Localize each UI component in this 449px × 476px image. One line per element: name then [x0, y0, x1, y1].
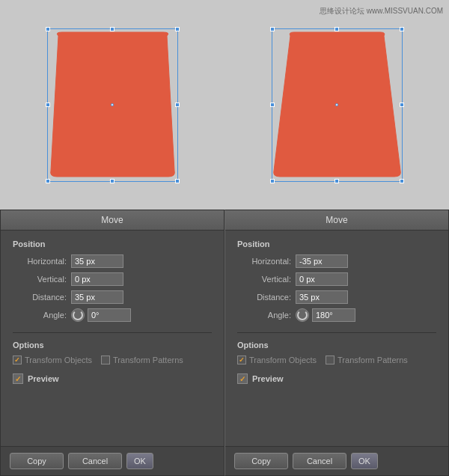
- left-vertical-input[interactable]: [71, 272, 123, 286]
- left-vertical-label: Vertical:: [13, 275, 67, 284]
- left-checkbox-row: Transform Objects Transform Patterns: [13, 356, 212, 364]
- right-transform-objects-checkbox[interactable]: [237, 356, 246, 364]
- left-divider: [13, 332, 212, 333]
- right-shape-container: [268, 25, 406, 186]
- center-dot-left: [111, 103, 114, 106]
- left-transform-patterns-label: Transform Patterns: [113, 356, 183, 364]
- right-options-label: Options: [237, 341, 436, 350]
- right-preview-label: Preview: [252, 374, 284, 383]
- right-vertical-input[interactable]: [296, 272, 348, 286]
- right-transform-patterns-checkbox[interactable]: [326, 356, 335, 364]
- right-ok-button[interactable]: OK: [351, 453, 378, 469]
- right-angle-input[interactable]: [312, 308, 355, 322]
- left-shape-container: [43, 25, 182, 186]
- left-distance-label: Distance:: [13, 293, 67, 302]
- left-options-label: Options: [13, 341, 212, 350]
- left-ok-button[interactable]: OK: [126, 453, 153, 469]
- left-preview-label: Preview: [28, 374, 59, 383]
- right-canvas: [224, 0, 449, 210]
- left-horizontal-row: Horizontal:: [13, 254, 212, 268]
- right-dialog: Move Position Horizontal: Vertical: Dist…: [224, 210, 449, 476]
- right-transform-patterns-item: Transform Patterns: [326, 356, 408, 364]
- left-preview-row: Preview: [13, 373, 212, 384]
- left-dialog-body: Position Horizontal: Vertical: Distance:…: [1, 231, 224, 446]
- right-dialog-title: Move: [225, 210, 448, 231]
- right-vertical-label: Vertical:: [237, 275, 291, 284]
- left-cancel-button[interactable]: Cancel: [68, 453, 122, 469]
- left-transform-objects-item: Transform Objects: [13, 356, 92, 364]
- left-transform-patterns-item: Transform Patterns: [101, 356, 183, 364]
- right-checkbox-row: Transform Objects Transform Patterns: [237, 356, 436, 364]
- left-distance-input[interactable]: [71, 290, 123, 304]
- left-options-section: Options Transform Objects Transform Patt…: [13, 341, 212, 369]
- left-transform-objects-checkbox[interactable]: [13, 356, 22, 364]
- right-horizontal-input[interactable]: [296, 254, 348, 268]
- right-transform-objects-item: Transform Objects: [237, 356, 317, 364]
- right-divider: [237, 332, 436, 333]
- watermark: 思绛设计论坛 www.MISSVUAN.COM: [320, 6, 443, 16]
- right-vertical-row: Vertical:: [237, 272, 436, 286]
- left-dialog: Move Position Horizontal: Vertical: Dist…: [0, 210, 224, 476]
- left-dialog-title: Move: [1, 210, 224, 231]
- left-dialog-footer: Copy Cancel OK: [1, 446, 224, 475]
- right-transform-patterns-label: Transform Patterns: [337, 356, 408, 364]
- left-angle-input[interactable]: [88, 308, 131, 322]
- right-preview-row: Preview: [237, 373, 436, 384]
- dialogs-area: Move Position Horizontal: Vertical: Dist…: [0, 210, 449, 476]
- right-position-label: Position: [237, 239, 436, 248]
- right-dialog-footer: Copy Cancel OK: [225, 446, 448, 475]
- right-preview-checkbox[interactable]: [237, 373, 248, 384]
- right-transform-objects-label: Transform Objects: [249, 356, 317, 364]
- left-horizontal-label: Horizontal:: [13, 257, 67, 266]
- left-vertical-row: Vertical:: [13, 272, 212, 286]
- right-distance-input[interactable]: [296, 290, 348, 304]
- right-dialog-body: Position Horizontal: Vertical: Distance:…: [225, 231, 448, 446]
- center-dot-right: [335, 103, 338, 106]
- right-horizontal-label: Horizontal:: [237, 257, 291, 266]
- left-angle-label: Angle:: [13, 311, 67, 320]
- right-options-section: Options Transform Objects Transform Patt…: [237, 341, 436, 369]
- right-cancel-button[interactable]: Cancel: [293, 453, 346, 469]
- canvas-area: [0, 0, 449, 210]
- left-canvas: [0, 0, 224, 210]
- left-distance-row: Distance:: [13, 290, 212, 304]
- left-angle-button[interactable]: [71, 308, 85, 322]
- left-preview-checkbox[interactable]: [13, 373, 23, 384]
- right-horizontal-row: Horizontal:: [237, 254, 436, 268]
- right-distance-row: Distance:: [237, 290, 436, 304]
- left-transform-objects-label: Transform Objects: [25, 356, 92, 364]
- right-copy-button[interactable]: Copy: [234, 453, 288, 469]
- left-copy-button[interactable]: Copy: [10, 453, 64, 469]
- left-transform-patterns-checkbox[interactable]: [101, 356, 110, 364]
- right-angle-button[interactable]: [296, 308, 309, 322]
- left-horizontal-input[interactable]: [71, 254, 123, 268]
- right-angle-row: Angle:: [237, 308, 436, 322]
- right-angle-label: Angle:: [237, 311, 291, 320]
- left-position-label: Position: [13, 239, 212, 248]
- right-distance-label: Distance:: [237, 293, 291, 302]
- left-angle-row: Angle:: [13, 308, 212, 322]
